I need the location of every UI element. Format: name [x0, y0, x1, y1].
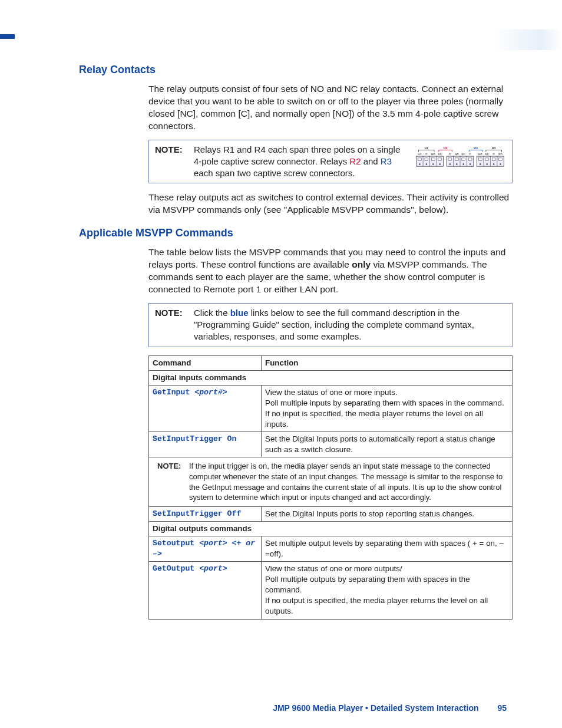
svg-point-28	[480, 163, 481, 164]
svg-text:NC: NC	[462, 153, 465, 156]
svg-rect-32	[478, 158, 482, 161]
svg-rect-10	[431, 158, 435, 161]
svg-point-31	[500, 163, 501, 164]
page-content: Relay Contacts The relay outputs consist…	[79, 64, 513, 620]
svg-text:C: C	[470, 153, 471, 156]
table-row: Setoutput <port> <+ or –> Set multiple o…	[149, 536, 513, 561]
svg-rect-20	[448, 158, 452, 161]
table-note-row: NOTE: If the input trigger is on, the me…	[149, 457, 513, 506]
msvpp-note-box: NOTE: Click the blue links below to see …	[148, 303, 513, 347]
msvpp-body: The table below lists the MSVPP commands…	[148, 246, 513, 619]
svg-rect-9	[425, 158, 428, 161]
svg-rect-34	[492, 158, 495, 161]
svg-point-16	[449, 163, 451, 164]
relay-para-1: The relay outputs consist of four sets o…	[148, 83, 513, 133]
fn-setoutput: Set multiple output levels by separating…	[262, 536, 513, 561]
svg-text:C: C	[493, 153, 495, 156]
footer-text: JMP 9600 Media Player • Detailed System …	[273, 703, 478, 713]
svg-rect-35	[499, 158, 503, 161]
svg-text:C: C	[425, 153, 427, 156]
table-row: SetInputTrigger Off Set the Digital Inpu…	[149, 506, 513, 521]
svg-text:NO: NO	[478, 153, 482, 156]
svg-rect-23	[468, 158, 472, 161]
relay-note-text: Relays R1 and R4 each span three poles o…	[191, 144, 408, 180]
svg-rect-33	[485, 158, 489, 161]
svg-rect-22	[462, 158, 465, 161]
table-note-text: If the input trigger is on, the media pl…	[189, 461, 507, 502]
heading-msvpp-commands: Applicable MSVPP Commands	[79, 227, 513, 239]
svg-text:NO: NO	[498, 153, 503, 156]
table-header-row: Command Function	[149, 355, 513, 370]
cmd-getoutput[interactable]: GetOutput <port>	[149, 562, 262, 619]
header-accent-bar	[0, 34, 15, 39]
heading-relay-contacts: Relay Contacts	[79, 64, 513, 76]
svg-text:NC: NC	[485, 153, 489, 156]
col-command: Command	[149, 355, 262, 370]
svg-text:R4: R4	[492, 146, 496, 149]
relay-para-2: These relay outputs act as switches to c…	[148, 192, 513, 216]
relay-r3-label: R3	[381, 156, 392, 166]
svg-text:NC: NC	[438, 153, 442, 156]
svg-point-19	[470, 163, 471, 164]
svg-rect-8	[418, 158, 422, 161]
cmd-setoutput[interactable]: Setoutput <port> <+ or –>	[149, 536, 262, 561]
header-fade	[491, 29, 562, 50]
fn-getoutput: View the status of one or more outputs/ …	[262, 562, 513, 619]
svg-point-7	[439, 163, 440, 164]
fn-setinputtrigger-off: Set the Digital Inputs ports to stop rep…	[262, 506, 513, 521]
svg-rect-21	[455, 158, 458, 161]
table-row: SetInputTrigger On Set the Digital Input…	[149, 432, 513, 457]
svg-point-6	[432, 163, 434, 164]
cmd-getinput[interactable]: GetInput <port#>	[149, 385, 262, 431]
svg-point-4	[419, 163, 420, 164]
svg-text:NO: NO	[431, 153, 435, 156]
svg-point-17	[456, 163, 457, 164]
svg-text:NC: NC	[418, 153, 421, 156]
svg-text:NO: NO	[455, 153, 459, 156]
msvpp-note-text: Click the blue links below to see the fu…	[191, 307, 506, 343]
svg-text:C: C	[449, 153, 451, 156]
svg-point-29	[486, 163, 487, 164]
relay-body: The relay outputs consist of four sets o…	[148, 83, 513, 216]
cmd-setinputtrigger-on[interactable]: SetInputTrigger On	[149, 432, 262, 457]
fn-setinputtrigger-on: Set the Digital Inputs ports to automati…	[262, 432, 513, 457]
svg-text:R3: R3	[474, 146, 478, 149]
relay-connector-diagram: R1 R2 R3 R4 NC C NO NC	[414, 145, 506, 169]
page-footer: JMP 9600 Media Player • Detailed System …	[273, 703, 507, 713]
col-function: Function	[262, 355, 513, 370]
table-group-row: Digital outputs commands	[149, 521, 513, 536]
page-number: 95	[497, 703, 507, 713]
relay-note-box: NOTE: Relays R1 and R4 each span three p…	[148, 140, 513, 184]
relay-r2-label: R2	[349, 156, 361, 166]
note-label: NOTE:	[157, 461, 189, 502]
note-label: NOTE:	[155, 307, 191, 319]
table-row: GetOutput <port> View the status of one …	[149, 562, 513, 619]
svg-point-30	[493, 163, 494, 164]
svg-text:R2: R2	[444, 146, 448, 149]
fn-getinput: View the status of one or more inputs. P…	[262, 385, 513, 431]
table-row: GetInput <port#> View the status of one …	[149, 385, 513, 431]
svg-point-5	[426, 163, 427, 164]
svg-point-18	[462, 163, 464, 164]
svg-text:R1: R1	[425, 146, 429, 149]
svg-rect-11	[438, 158, 442, 161]
cmd-setinputtrigger-off[interactable]: SetInputTrigger Off	[149, 506, 262, 521]
msvpp-para-1: The table below lists the MSVPP commands…	[148, 246, 513, 296]
table-group-row: Digital inputs commands	[149, 370, 513, 385]
commands-table: Command Function Digital inputs commands…	[148, 355, 513, 620]
note-label: NOTE:	[155, 144, 191, 156]
blue-link-word: blue	[230, 308, 249, 318]
